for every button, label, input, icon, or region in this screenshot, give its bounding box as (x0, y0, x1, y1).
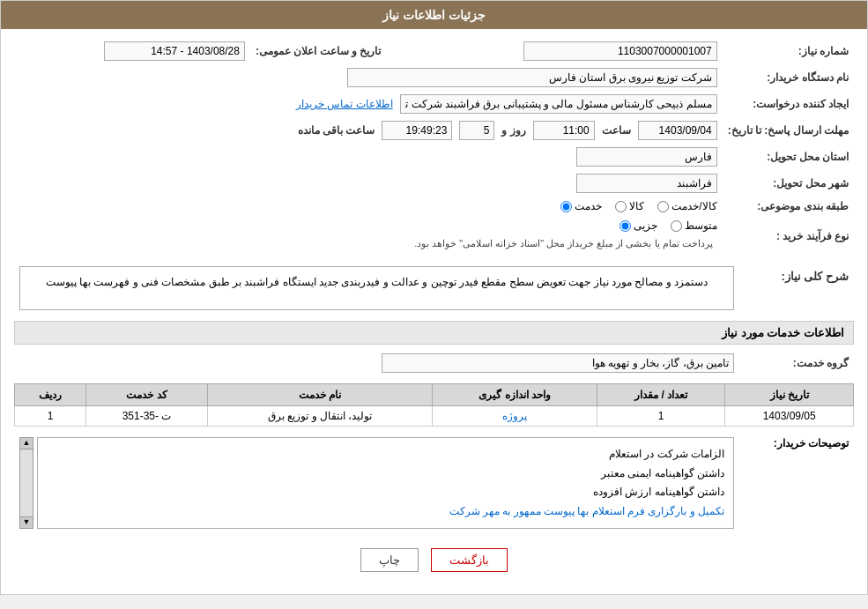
response-remaining-label: ساعت باقی مانده (298, 124, 375, 137)
back-button[interactable]: بازگشت (431, 548, 508, 572)
purchase-partial-option[interactable]: جزیی (619, 219, 657, 232)
col-date: تاریخ نیاز (725, 384, 854, 406)
page-title: جزئیات اطلاعات نیاز (382, 8, 486, 22)
category-service-radio[interactable] (560, 201, 572, 212)
need-number-label: شماره نیاز: (723, 38, 854, 64)
services-table: تاریخ نیاز تعداد / مقدار واحد اندازه گیر… (14, 383, 854, 427)
category-goods-service-label: کالا/خدمت (671, 200, 716, 212)
category-label: طبقه بندی موضوعی: (723, 197, 854, 216)
page-header: جزئیات اطلاعات نیاز (1, 1, 867, 29)
description-section-label: شرح کلی نیاز: (781, 270, 849, 283)
announcement-datetime-label: تاریخ و ساعت اعلان عمومی: (250, 38, 386, 64)
province-label: استان محل تحویل: (723, 144, 854, 170)
description-text: دستمزد و مصالح مورد نیاز جهت تعویض سطح م… (46, 276, 708, 288)
category-goods-radio[interactable] (615, 201, 627, 212)
purchase-type-label: نوع فرآیند خرید : (723, 216, 854, 256)
city-input (576, 174, 717, 193)
service-info-section-header: اطلاعات خدمات مورد نیاز (14, 321, 854, 345)
city-label: شهر محل تحویل: (723, 170, 854, 197)
service-group-label: گروه خدمت: (739, 350, 854, 376)
scroll-up-btn[interactable]: ▲ (19, 437, 33, 449)
purchase-partial-radio[interactable] (619, 220, 631, 232)
description-box: دستمزد و مصالح مورد نیاز جهت تعویض سطح م… (19, 266, 734, 310)
purchase-partial-label: جزیی (634, 219, 657, 232)
col-quantity: تعداد / مقدار (597, 384, 725, 406)
cell-name: تولید، انتقال و توزیع برق (207, 406, 433, 427)
cell-unit: پروژه (433, 406, 597, 427)
purchase-notice: پرداخت تمام یا بخشی از مبلغ خریداز محل "… (19, 235, 717, 252)
cell-code: ت -35-351 (86, 406, 207, 427)
announcement-datetime-input (104, 41, 245, 61)
buyer-note-line: داشتن گواهینامه ارزش افزوده (47, 483, 724, 502)
response-time-label: ساعت (602, 124, 631, 137)
response-days-input (459, 121, 494, 140)
response-days-label: روز و (501, 124, 525, 137)
scroll-down-btn[interactable]: ▼ (19, 516, 33, 529)
cell-date: 1403/09/05 (725, 406, 854, 427)
col-unit: واحد اندازه گیری (433, 384, 597, 406)
col-row: ردیف (15, 384, 86, 406)
category-goods-option[interactable]: کالا (615, 200, 644, 212)
table-row: 1403/09/05 1 پروژه تولید، انتقال و توزیع… (15, 406, 854, 427)
buyer-note-line: داشتن گواهینامه ایمنی معتبر (47, 464, 724, 484)
category-service-option[interactable]: خدمت (560, 200, 602, 212)
category-goods-service-radio[interactable] (657, 201, 669, 212)
cell-quantity: 1 (597, 406, 725, 427)
contact-info-link[interactable]: اطلاعات تماس خریدار (296, 98, 393, 110)
purchase-moderate-option[interactable]: متوسط (671, 219, 717, 232)
purchase-moderate-label: متوسط (685, 219, 717, 232)
category-service-label: خدمت (575, 200, 602, 212)
cell-row: 1 (15, 406, 86, 427)
service-group-input (382, 353, 734, 373)
response-remaining-input (382, 121, 452, 140)
need-number-input (523, 41, 717, 61)
col-code: کد خدمت (86, 384, 207, 406)
buyer-notes-box: الزامات شرکت در استعلامداشتن گواهینامه ا… (37, 437, 734, 529)
province-input (576, 147, 717, 167)
category-goods-service-option[interactable]: کالا/خدمت (657, 200, 716, 212)
response-date-input (638, 121, 717, 140)
buyer-note-line: تکمیل و بارگزاری فرم استعلام بها پیوست م… (47, 502, 724, 522)
category-goods-label: کالا (629, 200, 644, 212)
buyer-org-input (347, 68, 717, 87)
response-deadline-label: مهلت ارسال پاسخ: تا تاریخ: (723, 117, 854, 144)
purchase-moderate-radio[interactable] (671, 220, 682, 232)
print-button[interactable]: چاپ (360, 548, 419, 572)
buyer-note-line: الزامات شرکت در استعلام (47, 445, 724, 464)
buyer-org-label: نام دستگاه خریدار: (723, 64, 854, 91)
col-name: نام خدمت (207, 384, 433, 406)
buyer-notes-label: توصیحات خریدار: (774, 437, 849, 449)
creator-label: ایجاد کننده درخواست: (723, 91, 854, 117)
response-time-input (533, 121, 595, 140)
button-row: بازگشت چاپ (14, 539, 854, 585)
creator-input (400, 94, 717, 114)
